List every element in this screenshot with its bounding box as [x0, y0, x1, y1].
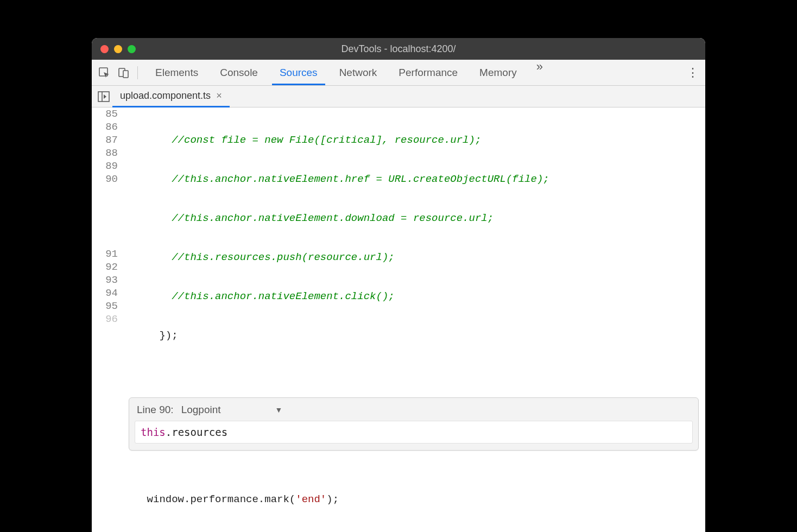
- main-toolbar: Elements Console Sources Network Perform…: [92, 60, 705, 86]
- panel-tabs: Elements Console Sources Network Perform…: [148, 60, 548, 85]
- line-number[interactable]: 85: [92, 107, 118, 121]
- window-minimize-button[interactable]: [114, 45, 122, 53]
- code-line: window.performance.mark(: [122, 493, 295, 505]
- tabs-overflow-button[interactable]: »: [531, 60, 548, 85]
- line-gutter: 85 86 87 88 89 90 91 92 93 94 95 96: [92, 107, 122, 532]
- expression-rest: .resources: [166, 426, 227, 438]
- line-number[interactable]: 93: [92, 274, 118, 287]
- editor-area: 85 86 87 88 89 90 91 92 93 94 95 96 //co…: [92, 107, 705, 532]
- close-icon[interactable]: ×: [216, 90, 222, 102]
- line-number[interactable]: 94: [92, 287, 118, 300]
- expression-this: this: [141, 426, 166, 438]
- breakpoint-type-select[interactable]: Logpoint ▼: [181, 403, 283, 416]
- inspect-element-icon[interactable]: [96, 65, 112, 81]
- tab-memory[interactable]: Memory: [472, 60, 524, 85]
- logpoint-panel: Line 90: Logpoint ▼ this.resources: [129, 397, 699, 451]
- window-close-button[interactable]: [100, 45, 109, 53]
- line-number[interactable]: 91: [92, 248, 118, 261]
- line-number[interactable]: 95: [92, 300, 118, 313]
- logpoint-line-label: Line 90:: [137, 403, 174, 416]
- file-tab-label: upload.component.ts: [120, 90, 211, 102]
- sources-sub-toolbar: upload.component.ts ×: [92, 86, 705, 107]
- breakpoint-type-value: Logpoint: [181, 403, 221, 416]
- traffic-lights: [92, 45, 136, 53]
- code-line: //this.anchor.nativeElement.click();: [122, 290, 395, 302]
- line-number[interactable]: 88: [92, 147, 118, 160]
- code-line: });: [122, 330, 178, 341]
- logpoint-header: Line 90: Logpoint ▼: [129, 398, 698, 421]
- tab-network[interactable]: Network: [332, 60, 385, 85]
- line-number[interactable]: 90: [92, 173, 118, 186]
- navigator-toggle-button[interactable]: [95, 86, 112, 107]
- code-content[interactable]: //const file = new File([critical], reso…: [122, 107, 705, 532]
- logpoint-expression-input[interactable]: this.resources: [135, 421, 693, 444]
- tab-elements[interactable]: Elements: [148, 60, 206, 85]
- titlebar: DevTools - localhost:4200/: [92, 38, 705, 60]
- tab-sources[interactable]: Sources: [272, 60, 325, 85]
- line-number[interactable]: 92: [92, 261, 118, 274]
- code-line: //this.anchor.nativeElement.href = URL.c…: [122, 173, 549, 185]
- line-number[interactable]: 87: [92, 134, 118, 147]
- line-number[interactable]: 96: [92, 313, 118, 326]
- file-tab-upload-component[interactable]: upload.component.ts ×: [112, 86, 230, 107]
- window-zoom-button[interactable]: [128, 45, 136, 53]
- tab-console[interactable]: Console: [212, 60, 265, 85]
- line-number[interactable]: 89: [92, 160, 118, 173]
- code-line: //this.resources.push(resource.url);: [122, 251, 395, 263]
- code-editor[interactable]: 85 86 87 88 89 90 91 92 93 94 95 96 //co…: [92, 107, 705, 532]
- window-title: DevTools - localhost:4200/: [92, 43, 705, 55]
- devtools-menu-button[interactable]: ⋮: [685, 66, 701, 80]
- tab-performance[interactable]: Performance: [391, 60, 465, 85]
- chevron-down-icon: ▼: [275, 403, 283, 416]
- device-toolbar-icon[interactable]: [116, 65, 132, 81]
- kebab-icon: ⋮: [687, 71, 699, 74]
- toolbar-separator: [137, 66, 138, 79]
- devtools-window: DevTools - localhost:4200/ Elements Cons…: [92, 38, 705, 532]
- svg-rect-2: [123, 71, 128, 78]
- line-number[interactable]: 86: [92, 121, 118, 134]
- code-line: //const file = new File([critical], reso…: [122, 134, 481, 146]
- code-line: //this.anchor.nativeElement.download = r…: [122, 212, 494, 224]
